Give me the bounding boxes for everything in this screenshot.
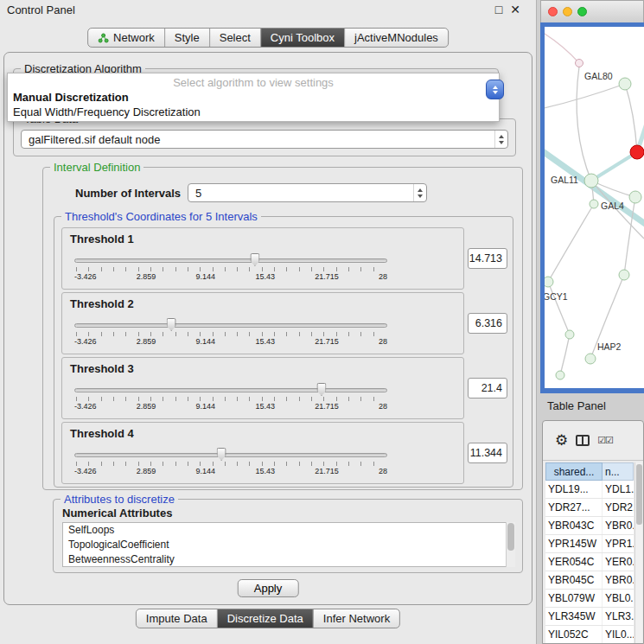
table-cell[interactable]: YLR3... xyxy=(603,608,634,625)
table-cell[interactable]: YBL0... xyxy=(603,590,634,607)
slider-thumb[interactable] xyxy=(217,448,226,461)
table-scrollbar[interactable] xyxy=(634,462,642,643)
slider-thumb[interactable] xyxy=(316,383,326,396)
table-cell[interactable]: YDR27... xyxy=(545,499,603,516)
network-node[interactable] xyxy=(556,371,564,379)
checkbox-grid-icon[interactable]: ☑☑ xyxy=(597,435,613,446)
table-cell[interactable]: YPR145W xyxy=(545,535,603,552)
cyni-toolbox-panel: Discretization Algorithm Table Data galF… xyxy=(3,52,532,605)
network-edge[interactable] xyxy=(545,148,644,227)
close-traffic-light-icon[interactable] xyxy=(548,7,558,16)
network-edge[interactable] xyxy=(591,152,637,181)
table-row[interactable]: YDR27...YDR2... xyxy=(545,499,634,517)
table-row[interactable]: YDL19...YDL1... xyxy=(545,481,634,499)
threshold-slider[interactable]: -3.4262.8599.14415.4321.71528 xyxy=(74,382,387,415)
table-cell[interactable]: YIL0... xyxy=(603,626,634,643)
table-row[interactable]: YER054CYER0... xyxy=(545,553,634,571)
column-header-name[interactable]: n... xyxy=(603,462,634,481)
table-cell[interactable]: YDL19... xyxy=(545,481,603,498)
close-icon[interactable]: ✕ xyxy=(510,3,520,16)
slider-thumb[interactable] xyxy=(250,253,259,266)
slider-track[interactable] xyxy=(74,453,387,457)
table-row[interactable]: YLR345WYLR3... xyxy=(545,608,634,626)
dropdown-option-manual-discretization[interactable]: Manual Discretization xyxy=(8,90,499,105)
attribute-item[interactable]: SelfLoops xyxy=(68,523,514,538)
network-node[interactable] xyxy=(545,277,553,287)
tab-cyni-toolbox[interactable]: Cyni Toolbox xyxy=(261,29,345,47)
table-data-combo[interactable]: galFiltered.sif default node xyxy=(21,130,508,149)
network-canvas[interactable]: GAL80 GAL11 GAL4 GCY1 HAP2 xyxy=(545,27,644,388)
table-cell[interactable]: YER0... xyxy=(603,553,634,571)
table-row[interactable]: YPR145WYPR1... xyxy=(545,535,634,553)
table-cell[interactable]: YLR345W xyxy=(545,608,603,625)
apply-button[interactable]: Apply xyxy=(238,579,299,597)
numerical-attributes-list[interactable]: SelfLoopsTopologicalCoefficientBetweenne… xyxy=(62,522,515,567)
network-node[interactable] xyxy=(585,354,596,364)
table-cell[interactable]: YPR1... xyxy=(603,535,634,552)
slider-scale-label: 15.43 xyxy=(255,272,275,281)
list-scrollbar[interactable] xyxy=(506,522,515,567)
network-node[interactable] xyxy=(584,174,598,188)
table-cell[interactable]: YBR0... xyxy=(603,517,634,534)
slider-track[interactable] xyxy=(74,323,387,328)
network-node[interactable] xyxy=(590,200,598,208)
table-cell[interactable]: YER054C xyxy=(545,553,603,571)
threshold-label: Threshold 3 xyxy=(70,362,134,375)
attribute-item[interactable]: BetweennessCentrality xyxy=(68,552,514,567)
tab-network[interactable]: Network xyxy=(88,29,165,47)
threshold-value-field[interactable]: 14.713 xyxy=(468,248,507,269)
table-cell[interactable]: YDL1... xyxy=(603,481,634,498)
stepper-icon[interactable] xyxy=(494,131,507,148)
table-cell[interactable]: YBR0... xyxy=(603,571,634,589)
network-node-red[interactable] xyxy=(630,145,644,159)
threshold-slider[interactable]: -3.4262.8599.14415.4321.71528 xyxy=(74,252,387,285)
threshold-value-field[interactable]: 6.316 xyxy=(468,313,507,334)
tab-impute-data[interactable]: Impute Data xyxy=(137,609,218,628)
table-cell[interactable]: YBR045C xyxy=(545,571,603,589)
threshold-value-field[interactable]: 11.344 xyxy=(468,443,507,463)
table-cell[interactable]: YIL052C xyxy=(545,626,603,643)
number-of-intervals-combo[interactable]: 5 xyxy=(188,183,427,202)
table-row[interactable]: YBR045CYBR0... xyxy=(545,571,634,590)
threshold-value-field[interactable]: 21.4 xyxy=(468,378,507,399)
table-cell[interactable]: YDR2... xyxy=(603,499,634,516)
attribute-item[interactable]: TopologicalCoefficient xyxy=(68,538,514,552)
float-window-icon[interactable]: □ xyxy=(495,3,502,16)
columns-icon[interactable] xyxy=(576,435,590,446)
threshold-slider[interactable]: -3.4262.8599.14415.4321.71528 xyxy=(74,317,387,350)
dropdown-option-equal-width-frequency[interactable]: Equal Width/Frequency Discretization xyxy=(8,105,499,119)
table-cell[interactable]: YBL079W xyxy=(545,590,603,607)
scrollbar-thumb[interactable] xyxy=(636,464,642,525)
tab-infer-network[interactable]: Infer Network xyxy=(314,609,399,628)
table-row[interactable]: YIL052CYIL0... xyxy=(545,626,634,644)
slider-scale: -3.4262.8599.14415.4321.71528 xyxy=(74,272,387,281)
slider-track[interactable] xyxy=(74,388,387,392)
slider-thumb[interactable] xyxy=(167,318,176,331)
tab-discretize-data[interactable]: Discretize Data xyxy=(218,609,314,628)
combo-dropdown-button[interactable] xyxy=(486,80,504,99)
network-node[interactable] xyxy=(619,270,629,280)
tab-jactivemnodules[interactable]: jActiveMNodules xyxy=(345,29,448,47)
node-label: GAL80 xyxy=(584,71,613,81)
threshold-row: Threshold 1 -3.4262.8599.14415.4321.7152… xyxy=(61,227,507,290)
network-node[interactable] xyxy=(576,60,583,67)
network-window-titlebar[interactable] xyxy=(540,0,644,22)
table-data-group: Table Data galFiltered.sif default node xyxy=(13,118,516,156)
gear-icon[interactable]: ⚙ xyxy=(555,433,568,448)
threshold-box: Threshold 1 -3.4262.8599.14415.4321.7152… xyxy=(61,227,464,290)
network-node[interactable] xyxy=(629,191,641,203)
minimize-traffic-light-icon[interactable] xyxy=(563,7,572,16)
stepper-icon[interactable] xyxy=(413,184,426,201)
table-cell[interactable]: YBR043C xyxy=(545,517,603,534)
scrollbar-thumb[interactable] xyxy=(507,523,514,551)
slider-track[interactable] xyxy=(74,258,387,263)
threshold-slider[interactable]: -3.4262.8599.14415.4321.71528 xyxy=(74,447,387,480)
network-node[interactable] xyxy=(565,330,574,339)
column-header-shared-name[interactable]: shared... xyxy=(545,462,603,481)
tab-style[interactable]: Style xyxy=(165,29,210,47)
network-node[interactable] xyxy=(619,78,631,90)
tab-select[interactable]: Select xyxy=(210,29,261,47)
table-row[interactable]: YBR043CYBR0... xyxy=(545,517,634,535)
table-row[interactable]: YBL079WYBL0... xyxy=(545,590,634,608)
zoom-traffic-light-icon[interactable] xyxy=(577,7,587,16)
